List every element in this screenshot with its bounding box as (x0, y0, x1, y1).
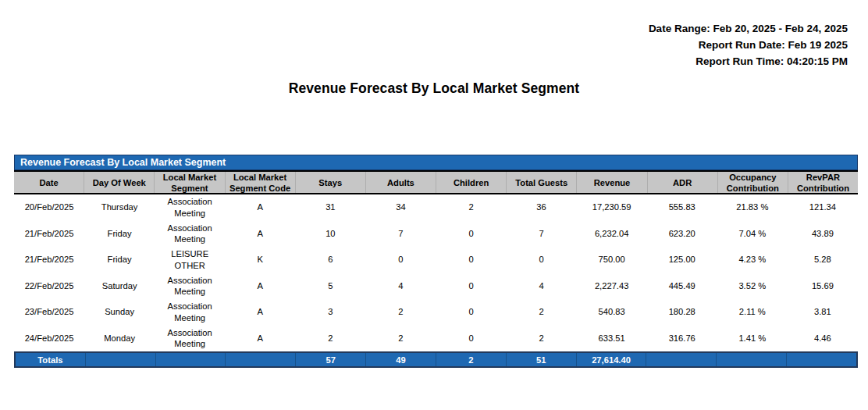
report-run-time: Report Run Time: 04:20:15 PM (649, 53, 848, 70)
cell-children: 0 (436, 273, 506, 300)
cell-local-market-segment: Association Meeting (155, 326, 225, 352)
date-range: Date Range: Feb 20, 2025 - Feb 24, 2025 (649, 20, 848, 37)
cell-adults: 0 (365, 247, 436, 273)
cell-adr: 316.76 (647, 326, 717, 352)
report-meta: Date Range: Feb 20, 2025 - Feb 24, 2025 … (649, 20, 848, 70)
cell-adr: 125.00 (647, 247, 717, 273)
cell-adr: 180.28 (647, 299, 717, 326)
cell-stays: 10 (295, 221, 365, 248)
cell-local-market-segment: Association Meeting (155, 194, 225, 221)
table-row: 20/Feb/2025 Thursday Association Meeting… (14, 194, 858, 221)
cell-children: 0 (436, 221, 506, 248)
column-header-local-market-segment-code: Local Market Segment Code (226, 172, 296, 193)
cell-stays: 6 (295, 247, 365, 273)
cell-revpar-contribution: 3.81 (788, 299, 858, 326)
cell-day-of-week: Sunday (84, 299, 155, 326)
totals-occupancy-contribution (717, 353, 787, 366)
cell-revenue: 17,230.59 (577, 194, 647, 221)
column-header-total-guests: Total Guests (507, 172, 577, 193)
totals-children: 2 (436, 353, 507, 366)
cell-occupancy-contribution: 1.41 % (717, 326, 788, 352)
cell-revenue: 2,227.43 (577, 273, 647, 300)
cell-children: 0 (436, 299, 506, 326)
totals-adr (646, 353, 717, 366)
column-header-adr: ADR (648, 172, 718, 193)
cell-segment-code: K (225, 247, 295, 273)
cell-day-of-week: Friday (84, 247, 155, 273)
cell-segment-code: A (225, 221, 295, 248)
cell-total-guests: 0 (507, 247, 577, 273)
cell-occupancy-contribution: 2.11 % (717, 299, 788, 326)
cell-date: 20/Feb/2025 (14, 194, 84, 221)
cell-revenue: 633.51 (577, 326, 647, 352)
cell-revenue: 540.83 (577, 299, 647, 326)
cell-revpar-contribution: 121.34 (788, 194, 858, 221)
cell-day-of-week: Friday (84, 221, 155, 248)
cell-occupancy-contribution: 4.23 % (717, 247, 788, 273)
table-body: 20/Feb/2025 Thursday Association Meeting… (14, 194, 858, 351)
cell-day-of-week: Thursday (84, 194, 155, 221)
cell-revenue: 750.00 (577, 247, 647, 273)
cell-revpar-contribution: 5.28 (788, 247, 858, 273)
cell-children: 2 (436, 194, 506, 221)
cell-total-guests: 2 (507, 326, 577, 352)
column-header-day-of-week: Day Of Week (84, 172, 155, 193)
cell-occupancy-contribution: 21.83 % (717, 194, 788, 221)
cell-adults: 4 (365, 273, 436, 300)
cell-adr: 623.20 (647, 221, 717, 248)
cell-total-guests: 2 (507, 299, 577, 326)
table-row: 21/Feb/2025 Friday LEISURE OTHER K 6 0 0… (14, 247, 858, 273)
cell-segment-code: A (225, 273, 295, 300)
cell-local-market-segment: Association Meeting (155, 221, 225, 248)
cell-children: 0 (436, 247, 506, 273)
table-row: 21/Feb/2025 Friday Association Meeting A… (14, 221, 858, 248)
column-header-stays: Stays (296, 172, 366, 193)
report-run-date: Report Run Date: Feb 19 2025 (649, 37, 848, 53)
column-header-row: Date Day Of Week Local Market Segment Lo… (14, 170, 858, 194)
cell-revenue: 6,232.04 (577, 221, 647, 248)
column-header-revpar-contribution: RevPAR Contribution (788, 172, 858, 193)
cell-stays: 31 (295, 194, 365, 221)
totals-row: Totals 57 49 2 51 27,614.40 (14, 351, 858, 368)
totals-revenue: 27,614.40 (577, 353, 647, 366)
table-row: 23/Feb/2025 Sunday Association Meeting A… (14, 299, 858, 326)
totals-label: Totals (16, 353, 86, 366)
cell-adults: 7 (365, 221, 436, 248)
cell-revpar-contribution: 15.69 (788, 273, 858, 300)
cell-revpar-contribution: 4.46 (788, 326, 858, 352)
cell-stays: 3 (295, 299, 365, 326)
totals-day-of-week (86, 353, 156, 366)
page-title: Revenue Forecast By Local Market Segment (0, 80, 868, 97)
cell-segment-code: A (225, 194, 295, 221)
cell-local-market-segment: Association Meeting (155, 273, 225, 300)
cell-segment-code: A (225, 299, 295, 326)
cell-total-guests: 36 (507, 194, 577, 221)
cell-day-of-week: Monday (84, 326, 155, 352)
cell-day-of-week: Saturday (84, 273, 155, 300)
cell-adr: 555.83 (647, 194, 717, 221)
table-title-bar: Revenue Forecast By Local Market Segment (14, 155, 858, 170)
cell-children: 0 (436, 326, 506, 352)
totals-total-guests: 51 (507, 353, 577, 366)
column-header-adults: Adults (366, 172, 436, 193)
cell-date: 24/Feb/2025 (14, 326, 84, 352)
column-header-date: Date (14, 172, 84, 193)
cell-occupancy-contribution: 3.52 % (717, 273, 788, 300)
cell-adults: 2 (365, 299, 436, 326)
column-header-children: Children (436, 172, 507, 193)
totals-stays: 57 (296, 353, 366, 366)
cell-date: 21/Feb/2025 (14, 247, 84, 273)
column-header-occupancy-contribution: Occupancy Contribution (718, 172, 788, 193)
cell-date: 23/Feb/2025 (14, 299, 84, 326)
column-header-local-market-segment: Local Market Segment (155, 172, 225, 193)
totals-segment-code (226, 353, 296, 366)
totals-local-market-segment (156, 353, 226, 366)
table-row: 22/Feb/2025 Saturday Association Meeting… (14, 273, 858, 300)
cell-adr: 445.49 (647, 273, 717, 300)
cell-local-market-segment: Association Meeting (155, 299, 225, 326)
revenue-forecast-table: Revenue Forecast By Local Market Segment… (14, 155, 858, 368)
cell-date: 22/Feb/2025 (14, 273, 84, 300)
cell-revpar-contribution: 43.89 (788, 221, 858, 248)
column-header-revenue: Revenue (577, 172, 647, 193)
cell-adults: 2 (365, 326, 436, 352)
